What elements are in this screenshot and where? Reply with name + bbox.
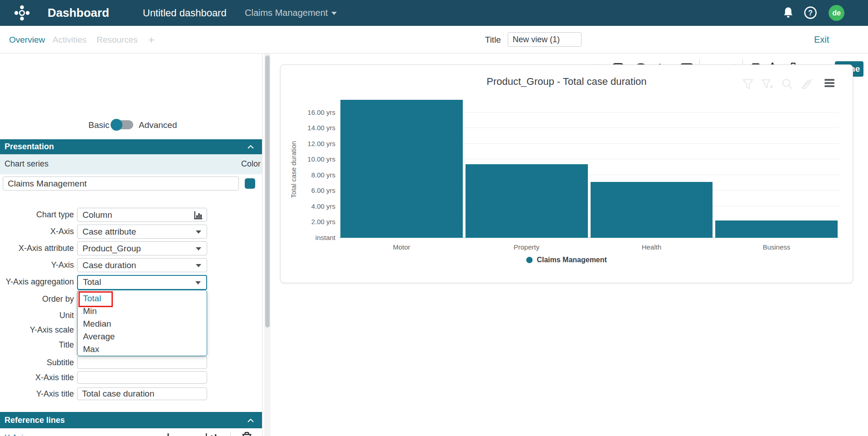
tab-activities[interactable]: Activities [53, 26, 87, 54]
aggregation-option-total[interactable]: Total [78, 292, 207, 305]
sidebar-divider [262, 54, 262, 436]
filter-icon[interactable] [742, 78, 754, 90]
y-tick-label: 12.00 yrs [281, 140, 335, 147]
chart-legend[interactable]: Claims Management [281, 256, 853, 264]
avatar[interactable]: de [829, 5, 844, 21]
chart-widget[interactable]: Product_Group - Total case duration Tota… [280, 64, 853, 283]
y-tick-label: 2.00 yrs [281, 218, 335, 225]
subtitle-input[interactable] [77, 356, 207, 369]
order-by-label: Order by [0, 294, 74, 304]
toolbar-separator [230, 432, 231, 436]
menu-icon[interactable] [824, 78, 835, 88]
chevron-down-icon [196, 247, 201, 250]
x-tick-label: Motor [339, 243, 464, 251]
add-reference-line-icon[interactable] [162, 432, 174, 436]
app-title: Dashboard [48, 0, 109, 26]
chart-type-label: Chart type [0, 210, 74, 220]
view-title-label: Title [485, 26, 501, 54]
tab-overview[interactable]: Overview [9, 26, 45, 54]
unit-label: Unit [0, 311, 74, 320]
help-icon[interactable]: ? [804, 6, 817, 20]
chevron-down-icon [331, 12, 337, 15]
aggregation-option-median[interactable]: Median [78, 318, 207, 330]
y-tick-label: 6.00 yrs [281, 186, 335, 194]
mode-toggle[interactable] [112, 120, 133, 129]
legend-dot [526, 257, 533, 263]
chart-type-field[interactable]: Column [77, 208, 207, 222]
chart-series-row: Chart series Color [0, 154, 262, 174]
view-toolbar: OverviewActivitiesResources+ Title 01 01 [0, 26, 868, 54]
toggle-knob [111, 119, 122, 131]
plot-area [339, 100, 839, 238]
chart-series-label: Chart series [5, 159, 48, 169]
zoom-icon[interactable] [781, 78, 793, 90]
settings-sidebar: Basic Advanced Presentation Chart series… [0, 54, 262, 436]
bar-motor[interactable] [340, 100, 463, 238]
svg-text:?: ? [808, 9, 813, 17]
color-column-label: Color [241, 159, 261, 169]
edit-off-icon[interactable] [801, 78, 814, 90]
y-axis-select[interactable]: Case duration [77, 258, 207, 272]
series-color-swatch[interactable] [245, 178, 255, 189]
y-tick-label: 10.00 yrs [281, 155, 335, 163]
y-tick-label: 16.00 yrs [281, 108, 335, 116]
column-chart-icon [194, 211, 203, 220]
toggle-basic-label[interactable]: Basic [88, 120, 109, 130]
y-axis-title-input[interactable] [77, 387, 207, 400]
x-axis-attribute-select[interactable]: Product_Group [77, 241, 207, 255]
dashboard-editor: Dashboard Untitled dashboard Claims Mana… [0, 0, 868, 436]
x-axis-title-input[interactable] [77, 371, 207, 384]
chevron-down-icon [195, 281, 201, 284]
bar-health[interactable] [591, 182, 713, 238]
add-tab-button[interactable]: + [148, 26, 155, 54]
y-axis-aggregation-select[interactable]: Total [77, 275, 207, 290]
bar-business[interactable] [715, 220, 838, 238]
add-curve-icon[interactable] [182, 433, 196, 436]
title-field-label: Title [0, 340, 74, 350]
chevron-up-icon [247, 419, 254, 422]
y-tick-label: 4.00 yrs [281, 202, 335, 210]
bar-property[interactable] [466, 164, 588, 238]
legend-label: Claims Management [537, 256, 607, 264]
x-axis-select[interactable]: Case attribute [77, 225, 207, 239]
dashboard-name[interactable]: Untitled dashboard [143, 0, 227, 26]
model-selector[interactable]: Claims Management [245, 0, 337, 26]
y-tick-label: 14.00 yrs [281, 124, 335, 132]
aggregation-option-max[interactable]: Max [78, 343, 207, 356]
x-axis-label: X-Axis [0, 227, 74, 236]
sidebar-scrollbar-thumb[interactable] [265, 55, 270, 328]
exit-button[interactable]: Exit [814, 26, 829, 54]
section-presentation[interactable]: Presentation [0, 139, 262, 154]
x-tick-label: Health [589, 243, 714, 251]
x-tick-label: Property [464, 243, 589, 251]
view-title-input[interactable] [508, 32, 582, 47]
app-header: Dashboard Untitled dashboard Claims Mana… [0, 0, 868, 26]
x-axis-attribute-label: X-Axis attribute [0, 244, 74, 253]
notifications-bell-icon[interactable] [782, 6, 794, 19]
y-tick-label: 8.00 yrs [281, 171, 335, 179]
tab-resources[interactable]: Resources [97, 26, 138, 54]
y-axis-label: Y-Axis [0, 260, 74, 270]
chevron-up-icon [247, 145, 254, 149]
section-reference-lines[interactable]: Reference lines [0, 412, 262, 428]
toggle-advanced-label[interactable]: Advanced [139, 120, 177, 130]
aggregation-dropdown: TotalMinMedianAverageMax [77, 290, 207, 356]
aggregation-option-average[interactable]: Average [78, 330, 207, 343]
subtitle-label: Subtitle [0, 358, 74, 367]
y-axis-aggregation-label: Y-Axis aggregation [0, 277, 74, 287]
y-axis-scale-label: Y-Axis scale [0, 325, 74, 335]
y-axis-title-label: Y-Axis title [0, 389, 74, 399]
x-axis-title-label: X-Axis title [0, 373, 74, 382]
reference-axis-tab[interactable]: Y-Axis [5, 433, 27, 436]
delete-reference-icon[interactable] [241, 431, 252, 436]
chevron-down-icon [196, 264, 201, 267]
app-logo-icon [14, 5, 30, 21]
chevron-down-icon [196, 230, 201, 234]
filter-remove-icon[interactable] [761, 78, 774, 90]
x-tick-label: Business [714, 243, 839, 251]
add-bar-marker-icon[interactable] [205, 432, 218, 436]
aggregation-option-min[interactable]: Min [78, 305, 207, 318]
y-tick-label: instant [281, 234, 335, 241]
series-name-input[interactable] [3, 176, 239, 191]
